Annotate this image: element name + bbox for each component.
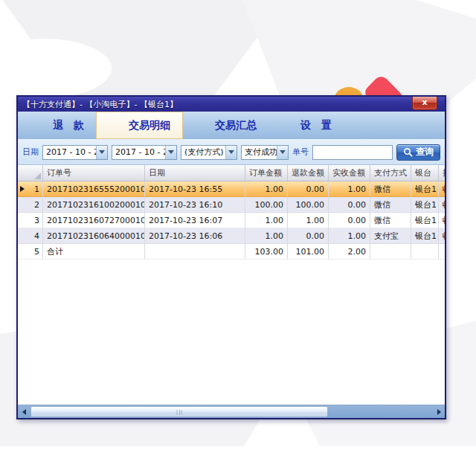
close-icon: x — [422, 97, 427, 107]
toolbar-item-settings[interactable]: 设 置 — [268, 112, 344, 139]
column-header[interactable]: 实收金额 — [329, 165, 370, 181]
cell-text: 2017-10-23 16:10 — [149, 200, 222, 210]
column-header[interactable]: 日期 — [145, 165, 245, 181]
titlebar: 【十方支付通】- 【小淘电子】- 【银台1】 x — [18, 95, 445, 112]
cell-text: 1.00 — [348, 184, 367, 194]
cell-text: 101.00 — [296, 247, 325, 257]
cell-text: 5 — [34, 247, 39, 257]
scroll-right-arrow-icon[interactable] — [433, 405, 445, 418]
cell-text: 微信 — [374, 199, 390, 210]
cell-text: 银台1 — [415, 231, 437, 242]
column-header[interactable]: 退款金额 — [288, 165, 329, 181]
close-button[interactable]: x — [412, 97, 437, 110]
table-row[interactable]: 5合计103.00101.002.00 — [18, 244, 445, 260]
table-cell: 1.00 — [245, 228, 288, 244]
table-cell: 1.00 — [245, 181, 288, 197]
selected-row-marker-icon — [20, 186, 25, 192]
cell-text: 收银员 — [443, 215, 445, 226]
table-cell: 收银员 — [439, 181, 445, 197]
table-cell: 微信 — [370, 197, 411, 213]
cell-text: 银台1 — [415, 184, 437, 195]
app-window: 【十方支付通】- 【小淘电子】- 【银台1】 x ¥ 退 款 ¥ 交易明细 — [16, 95, 446, 419]
chevron-down-icon[interactable] — [277, 146, 288, 159]
payment-method-select[interactable]: (支付方式) — [181, 145, 237, 160]
column-header[interactable]: 操作员 — [439, 165, 445, 181]
table-cell: 2017-10-23 16:10 — [145, 197, 245, 213]
horizontal-scrollbar[interactable] — [18, 405, 445, 418]
table-cell: 1.00 — [288, 213, 329, 228]
cell-text: 2017-10-23 16:55 — [149, 184, 222, 194]
cell-text: 103.00 — [255, 247, 284, 257]
table-cell: 100.00 — [288, 197, 329, 213]
toolbar-item-transaction-summary[interactable]: 交易汇总 — [183, 112, 268, 139]
table-cell: 2017-10-23 16:06 — [145, 228, 245, 244]
query-button[interactable]: 查询 — [396, 144, 440, 161]
chevron-down-icon[interactable] — [225, 146, 237, 159]
window-title: 【十方支付通】- 【小淘电子】- 【银台1】 — [18, 99, 178, 110]
cell-text: 20171023165552000101171 — [47, 184, 145, 194]
cell-text: 0.00 — [348, 216, 367, 225]
cell-text: 3 — [34, 216, 39, 225]
toolbar-item-label: 退 款 — [53, 119, 84, 132]
date-from-value: 2017 - 10 - 23 — [43, 146, 96, 159]
table-cell: 银台1 — [411, 181, 439, 197]
row-number-cell: 2 — [18, 197, 43, 213]
cell-text: 20171023160727000101741 — [47, 216, 145, 225]
column-header[interactable]: 支付方式 — [370, 165, 411, 181]
table-row[interactable]: 1201710231655520001011712017-10-23 16:55… — [18, 181, 445, 197]
table-cell — [145, 244, 245, 260]
table-cell: 20171023160640000101735 — [43, 228, 145, 244]
table-cell: 0.00 — [329, 197, 370, 213]
filter-bar: 日期 2017 - 10 - 23 2017 - 10 - 23 (支付方式) … — [18, 140, 445, 165]
toolbar-item-refund[interactable]: ¥ 退 款 — [21, 112, 96, 139]
pay-status-value: 支付成功 — [242, 146, 277, 159]
column-header[interactable]: 订单号 — [43, 165, 145, 181]
chevron-down-icon[interactable] — [96, 146, 107, 159]
cell-text: 合计 — [47, 246, 63, 257]
table-row[interactable]: 3201710231607270001017412017-10-23 16:07… — [18, 213, 445, 228]
order-no-input[interactable] — [312, 145, 393, 160]
scrollbar-thumb[interactable] — [30, 406, 328, 417]
table-cell: 0.00 — [288, 181, 329, 197]
table-row[interactable]: 2201710231610020001014802017-10-23 16:10… — [18, 197, 445, 213]
table-cell: 合计 — [43, 244, 145, 260]
pay-status-select[interactable]: 支付成功 — [241, 145, 289, 160]
cell-text: 0.00 — [348, 200, 367, 210]
table-cell: 微信 — [370, 213, 411, 228]
table-cell: 微信 — [370, 181, 411, 197]
select-all-corner-cell[interactable] — [18, 165, 43, 181]
table-cell: 银台1 — [411, 213, 439, 228]
cell-text: 微信 — [374, 184, 390, 195]
toolbar-item-label: 设 置 — [300, 119, 332, 132]
table-cell: 100.00 — [245, 197, 288, 213]
table-cell: 1.00 — [329, 228, 370, 244]
search-icon — [403, 147, 413, 157]
toolbar-item-transaction-detail[interactable]: ¥ 交易明细 — [96, 112, 183, 139]
cell-text: 1.00 — [348, 231, 367, 241]
table-cell: 0.00 — [329, 213, 370, 228]
scrollbar-grip-icon — [177, 410, 182, 415]
chevron-down-icon[interactable] — [165, 146, 176, 159]
screen: 【十方支付通】- 【小淘电子】- 【银台1】 x ¥ 退 款 ¥ 交易明细 — [0, 0, 476, 476]
table-cell — [411, 244, 439, 260]
table-cell: 20171023161002000101480 — [43, 197, 145, 213]
column-header[interactable]: 订单金额 — [245, 165, 288, 181]
column-header[interactable]: 银台 — [411, 165, 439, 181]
date-from-picker[interactable]: 2017 - 10 - 23 — [42, 145, 108, 160]
cell-text: 2 — [34, 200, 39, 210]
row-number-cell: 4 — [18, 228, 43, 244]
query-button-label: 查询 — [416, 146, 434, 158]
cell-text: 100.00 — [296, 200, 325, 210]
scrollbar-track[interactable] — [30, 405, 433, 418]
cell-text: 微信 — [374, 215, 390, 226]
row-number-cell: 3 — [18, 213, 43, 228]
order-no-label: 单号 — [292, 147, 309, 158]
table-cell: 收银员 — [439, 213, 445, 228]
cell-text: 0.00 — [306, 184, 325, 194]
cell-text: 1.00 — [306, 216, 325, 225]
row-number-cell: 1 — [18, 181, 43, 197]
cell-text: 收银员 — [443, 199, 445, 210]
scroll-left-arrow-icon[interactable] — [18, 405, 30, 418]
table-row[interactable]: 4201710231606400001017352017-10-23 16:06… — [18, 228, 445, 244]
date-to-picker[interactable]: 2017 - 10 - 23 — [112, 145, 177, 160]
